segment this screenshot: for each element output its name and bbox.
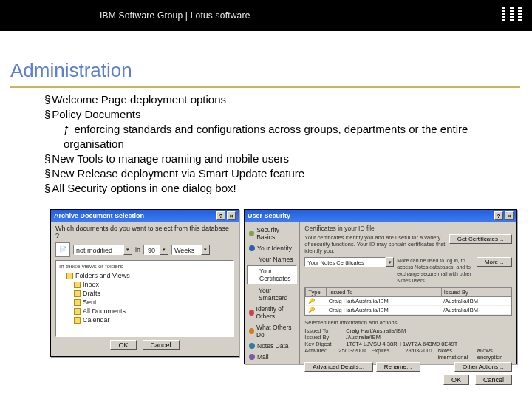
section-title: Administration — [10, 59, 532, 82]
sidebar-item-notes-data[interactable]: Notes Data — [247, 341, 297, 351]
more-button[interactable]: More… — [477, 257, 512, 267]
dot-icon — [249, 354, 255, 360]
security-dialog-title: User Security — [248, 212, 290, 219]
chevron-down-icon[interactable]: ▾ — [201, 245, 210, 255]
duration-value: 90 — [143, 245, 160, 255]
bullet-release: New Release deployment via Smart Update … — [44, 166, 502, 181]
section-underline — [10, 86, 520, 88]
help-icon[interactable]: ? — [494, 211, 503, 220]
cancel-button[interactable]: Cancel — [143, 340, 180, 350]
tree-root[interactable]: Folders and Views — [66, 271, 231, 280]
duration-unit: Weeks — [171, 245, 201, 255]
dot-icon — [249, 231, 254, 236]
grid-col-type: Type — [306, 288, 327, 297]
security-dialog: User Security ? × Security Basics Your I… — [244, 209, 517, 364]
cert-group-label: Certificates in your ID file — [304, 225, 512, 232]
sidebar-item-what-others[interactable]: What Others Do — [247, 322, 297, 340]
cert-more-hint: More can be used to log in, to access No… — [397, 257, 473, 284]
folder-icon — [74, 299, 81, 306]
folder-icon — [66, 273, 73, 279]
folder-icon — [74, 290, 81, 297]
header-bar: IBM Software Group | Lotus software — [0, 0, 532, 31]
ok-button[interactable]: OK — [110, 340, 136, 350]
close-icon[interactable]: × — [227, 211, 236, 220]
tree-header: In these views or folders — [59, 263, 231, 270]
bullet-tools: New Tools to manage roaming and mobile u… — [44, 151, 502, 166]
criteria-value: not modified — [73, 245, 123, 255]
archive-dialog: Archive Document Selection ? × Which doc… — [50, 209, 239, 357]
archive-dialog-titlebar[interactable]: Archive Document Selection ? × — [51, 210, 239, 222]
bullet-welcome: Welcome Page deployment options — [44, 92, 502, 107]
chevron-down-icon[interactable]: ▾ — [160, 245, 168, 255]
bullet-list: Welcome Page deployment options Policy D… — [44, 92, 502, 196]
sidebar-item-names[interactable]: Your Names — [247, 254, 297, 265]
cert-grid[interactable]: Type Issued To Issued By 🔑Craig Hart/Aus… — [304, 287, 512, 316]
close-icon[interactable]: × — [505, 211, 514, 220]
dot-icon — [249, 343, 255, 349]
bullet-security: All Security options in one dialog box! — [44, 181, 502, 196]
tree-item[interactable]: Inbox — [74, 280, 231, 289]
security-dialog-titlebar[interactable]: User Security ? × — [245, 210, 516, 222]
grid-col-issued-to: Issued To — [327, 288, 441, 297]
archive-dialog-title: Archive Document Selection — [54, 212, 144, 219]
tree-item[interactable]: Drafts — [74, 289, 231, 298]
security-sidebar: Security Basics Your Identity Your Names… — [245, 222, 300, 364]
sidebar-item-identity[interactable]: Your Identity — [247, 243, 297, 253]
grid-row[interactable]: 🔑Craig Hart/Australia/IBM/Australia/IBM — [306, 297, 511, 306]
tree-item[interactable]: Calendar — [74, 316, 231, 324]
sidebar-item-mail[interactable]: Mail — [247, 352, 297, 362]
other-actions-button[interactable]: Other Actions… — [454, 362, 512, 372]
cert-type-combo[interactable]: Your Notes Certificates ▾ — [304, 257, 394, 267]
get-certificates-button[interactable]: Get Certificates… — [449, 234, 512, 244]
archive-question: Which documents do you want to select fr… — [55, 225, 234, 239]
bullet-policy: Policy Documents — [44, 107, 502, 122]
chevron-down-icon[interactable]: ▾ — [123, 245, 132, 255]
cancel-button[interactable]: Cancel — [475, 375, 512, 385]
sidebar-item-others-identity[interactable]: Identity of Others — [247, 304, 297, 321]
tree-item[interactable]: Sent — [74, 298, 231, 307]
advanced-details-button[interactable]: Advanced Details… — [304, 362, 372, 372]
ibm-logo — [502, 7, 522, 21]
dot-icon — [249, 328, 254, 334]
chevron-down-icon[interactable]: ▾ — [386, 257, 394, 267]
cert-description: Your certificates identify you and are u… — [304, 234, 446, 254]
dot-icon — [249, 245, 255, 251]
duration-unit-combo[interactable]: Weeks ▾ — [171, 245, 210, 255]
sidebar-item-certificates[interactable]: Your Certificates — [247, 265, 297, 284]
criteria-combo[interactable]: not modified ▾ — [73, 245, 132, 255]
ok-button[interactable]: OK — [443, 375, 469, 385]
folder-tree[interactable]: In these views or folders Folders and Vi… — [55, 260, 234, 337]
cert-type-value: Your Notes Certificates — [304, 257, 386, 267]
header-title: IBM Software Group | Lotus software — [100, 10, 250, 21]
rename-button[interactable]: Rename… — [376, 362, 420, 372]
bullet-policy-sub: enforcing standards and configurations a… — [64, 122, 502, 151]
header-divider — [95, 7, 95, 24]
dot-icon — [249, 310, 254, 316]
info-header: Selected item information and actions — [304, 319, 512, 326]
tree-item[interactable]: All Documents — [74, 307, 231, 316]
sidebar-item-smartcard[interactable]: Your Smartcard — [247, 285, 297, 303]
help-icon[interactable]: ? — [216, 211, 225, 220]
sidebar-item-basics[interactable]: Security Basics — [247, 225, 297, 242]
duration-value-combo[interactable]: 90 ▾ — [143, 245, 168, 255]
grid-col-issued-by: Issued By — [441, 288, 511, 297]
folder-icon — [74, 282, 81, 288]
folder-icon — [74, 308, 81, 315]
document-icon: 📄 — [55, 242, 70, 257]
folder-icon — [74, 317, 81, 324]
cert-info: Selected item information and actions Is… — [304, 318, 512, 372]
criteria-in: in — [135, 246, 140, 253]
grid-row[interactable]: 🔑Craig Hart/Australia/IBM/Australia/IBM — [306, 306, 511, 315]
